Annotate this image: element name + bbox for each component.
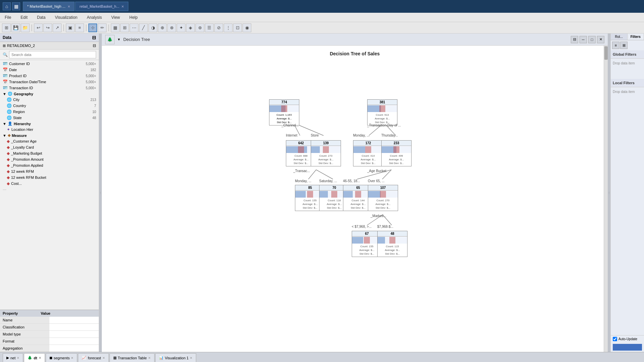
tree-node-n2[interactable]: 774 Count: 1,161 Average: $... Std Dev: … (269, 99, 299, 125)
viz-dropdown-arrow[interactable]: ▼ (117, 38, 121, 41)
maximize-icon[interactable]: □ (588, 36, 596, 43)
tree-node-monday[interactable]: 172 Count: 414 Average: $... Std Dev: $.… (353, 140, 383, 166)
bottom-tab-viz1[interactable]: 📊 Visualization 1 ✕ (155, 353, 197, 362)
tab-roles[interactable]: Rol... (611, 34, 628, 40)
field-country[interactable]: 🌐 Country 7 (0, 103, 99, 109)
viz-chart-icon[interactable]: 🌲 (105, 35, 115, 44)
toolbar-more9-btn[interactable]: ⊡ (233, 23, 242, 32)
forecast-close[interactable]: ✕ (102, 356, 105, 360)
bottom-tab-dt[interactable]: 🌲 dt ✕ (24, 353, 45, 362)
tree-node-over65[interactable]: 107 Count: 270 Average: $... Std Dev: $.… (368, 185, 398, 211)
toolbar-grid-btn[interactable]: ⊞ (2, 23, 11, 32)
field-city[interactable]: 🌐 City 213 (0, 97, 99, 103)
search-input[interactable] (9, 51, 96, 58)
section-measure[interactable]: ▼ ◈ Measure (0, 133, 99, 138)
toolbar-redo-btn[interactable]: ↪ (43, 23, 52, 32)
panel-filter-icon[interactable]: ⊟ (92, 35, 96, 40)
toolbar-brush-btn[interactable]: ✏ (98, 23, 106, 32)
close-icon[interactable]: ✕ (597, 36, 604, 43)
toolbar-view2-btn[interactable]: ≡ (75, 23, 84, 32)
prop-value-modeltype[interactable] (49, 331, 99, 338)
menu-view[interactable]: View (109, 14, 122, 20)
bottom-tab-net[interactable]: ▶ net ✕ (3, 353, 23, 362)
menu-data[interactable]: Data (35, 14, 47, 20)
toolbar-scatter-btn[interactable]: ⋯ (130, 23, 138, 32)
prop-value-name[interactable] (49, 317, 99, 324)
tab-filters[interactable]: Filters (628, 34, 644, 40)
toolbar-folder-btn[interactable]: 📁 (21, 23, 30, 32)
home-icon[interactable]: ⌂ (3, 2, 11, 10)
scrollbar-thumb[interactable] (604, 46, 608, 60)
field-location-hier[interactable]: ✦ Location Hier (0, 126, 99, 133)
inactive-tab-close[interactable]: ✕ (121, 5, 124, 8)
tree-node-store[interactable]: 139 Count: 273 Average: $... Std Dev: $.… (311, 140, 341, 166)
toolbar-more8-btn[interactable]: ⋮ (224, 23, 232, 32)
bottom-tab-forecast[interactable]: 📈 forecast ✕ (78, 353, 109, 362)
field-state[interactable]: 🌐 State 48 (0, 115, 99, 121)
viz1-close[interactable]: ✕ (190, 356, 192, 360)
tree-node-gt7968[interactable]: 48 Count: 115 Average: $... Std Dev: $..… (377, 231, 407, 257)
field-customer-age[interactable]: ◆ _Customer Age (0, 138, 99, 144)
toolbar-more1-btn[interactable]: ⊕ (158, 23, 167, 32)
minimize-icon[interactable]: ─ (579, 36, 587, 43)
menu-analysis[interactable]: Analysis (85, 14, 104, 20)
bottom-tab-segments[interactable]: ◼ segments ✕ (46, 353, 78, 362)
resize-handle[interactable]: ⋮ (99, 34, 102, 352)
field-promotion-amount[interactable]: ◆ _Promotion Amount (0, 156, 99, 162)
filter-list-btn[interactable]: ≡ (612, 42, 619, 49)
field-12week-rfm[interactable]: ◆ 12 week RFM (0, 168, 99, 174)
run-button[interactable] (613, 344, 642, 351)
inactive-title-tab[interactable]: retail_MarketBasket_h... ✕ (75, 2, 129, 11)
toolbar-export-btn[interactable]: ↗ (53, 23, 61, 32)
tree-node-n3[interactable]: 381 Count: 913 Average: $... Std Dev: $.… (367, 99, 397, 125)
menu-visualization[interactable]: Visualization (53, 14, 79, 20)
filter-icon[interactable]: ⊟ (571, 36, 578, 43)
toolbar-pie-btn[interactable]: ◑ (148, 23, 157, 32)
local-filters-drop[interactable]: Drop data item (611, 87, 644, 107)
field-transaction-id[interactable]: 🪪 Transaction ID 5,000+ (0, 85, 99, 91)
toolbar-more4-btn[interactable]: ◈ (186, 23, 195, 32)
section-hierarchy[interactable]: ▼ 👤 Hierarchy (0, 121, 99, 126)
prop-value-classification[interactable] (49, 324, 99, 331)
bottom-tab-transaction[interactable]: ▦ Transaction Table ✕ (110, 353, 155, 362)
active-title-tab[interactable]: * MarketBasket_high ... ✕ (23, 2, 75, 11)
field-date[interactable]: 📅 Date 182 (0, 67, 99, 73)
field-loyalty-card[interactable]: ◆ _Loyalty Card (0, 144, 99, 150)
field-promotion-applied[interactable]: ◆ _Promotion Applied (0, 162, 99, 168)
dt-close[interactable]: ✕ (39, 356, 41, 360)
toolbar-table-btn[interactable]: ⊞ (120, 23, 129, 32)
filter-grid-btn[interactable]: ⊞ (620, 42, 628, 49)
menu-edit[interactable]: Edit (18, 14, 30, 20)
toolbar-line-btn[interactable]: ╱ (139, 23, 148, 32)
prop-value-aggregation[interactable] (49, 345, 99, 352)
tree-canvas[interactable]: Decision Tree of Sales (102, 46, 608, 352)
field-marketing-budget[interactable]: ◆ _Marketing Budget (0, 150, 99, 156)
menu-file[interactable]: File (3, 14, 13, 20)
segments-close[interactable]: ✕ (71, 356, 74, 360)
net-close[interactable]: ✕ (17, 356, 19, 360)
section-geography[interactable]: ▼ 🌐 Geography (0, 91, 99, 97)
toolbar-more7-btn[interactable]: ⊘ (214, 23, 223, 32)
toolbar-more2-btn[interactable]: ⊗ (167, 23, 176, 32)
toolbar-more6-btn[interactable]: ☰ (205, 23, 214, 32)
toolbar-undo-btn[interactable]: ↩ (34, 23, 43, 32)
field-region[interactable]: 🌐 Region 10 (0, 109, 99, 115)
menu-help[interactable]: Help (127, 14, 140, 20)
data-source-filter-icon[interactable]: ⊟ (93, 43, 96, 48)
field-12week-rfm-bucket[interactable]: ◆ 12 week RFM Bucket (0, 174, 99, 180)
toolbar-more5-btn[interactable]: ⊛ (196, 23, 204, 32)
active-tab-close[interactable]: ✕ (68, 5, 70, 8)
field-transaction-date[interactable]: 📅 Transaction Date/Time 5,000+ (0, 79, 99, 85)
toolbar-view1-btn[interactable]: ▣ (66, 23, 75, 32)
toolbar-select-btn[interactable]: ⊹ (88, 23, 97, 32)
global-filters-drop[interactable]: Drop data item (611, 59, 644, 79)
auto-update-checkbox[interactable] (613, 337, 617, 341)
field-product-id[interactable]: 🪪 Product ID 5,000+ (0, 73, 99, 79)
prop-value-format[interactable] (49, 338, 99, 345)
right-resize-handle[interactable]: ⋮ (608, 34, 610, 352)
toolbar-more10-btn[interactable]: ◉ (243, 23, 251, 32)
field-customer-id[interactable]: 🪪 Customer ID 5,000+ (0, 61, 99, 67)
transaction-close[interactable]: ✕ (148, 356, 151, 360)
toolbar-save-btn[interactable]: 💾 (11, 23, 20, 32)
tree-node-thursday[interactable]: 233 Count: 499 Average: $... Std Dev: $.… (381, 140, 412, 166)
